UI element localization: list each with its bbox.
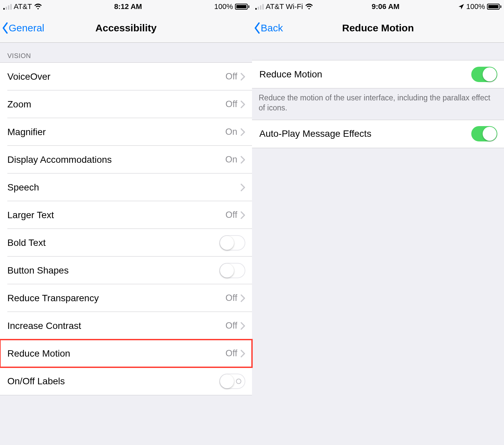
settings-row-reduce-motion[interactable]: Reduce MotionOff — [0, 340, 252, 367]
row-value: On — [225, 154, 237, 165]
chevron-right-icon — [241, 156, 245, 164]
chevron-left-icon — [254, 22, 261, 34]
settings-row-display-accommodations[interactable]: Display AccommodationsOn — [0, 146, 252, 173]
status-bar: AT&T 8:12 AM 100% — [0, 0, 252, 13]
settings-row-auto-play-message-effects[interactable]: Auto-Play Message Effects — [252, 120, 504, 148]
settings-row-reduce-motion[interactable]: Reduce Motion — [252, 60, 504, 88]
carrier-label: AT&T Wi-Fi — [266, 2, 303, 11]
vision-settings-list: VoiceOverOffZoomOffMagnifierOnDisplay Ac… — [0, 62, 252, 395]
row-label: Display Accommodations — [7, 154, 225, 165]
row-value: Off — [225, 210, 237, 220]
row-value: Off — [225, 71, 237, 82]
chevron-right-icon — [241, 322, 245, 330]
row-label: Speech — [7, 182, 241, 193]
row-label: Reduce Transparency — [7, 293, 225, 304]
cellular-signal-icon — [255, 4, 264, 10]
status-bar: AT&T Wi-Fi 9:06 AM 100% — [252, 0, 504, 13]
toggle-switch[interactable] — [471, 126, 497, 141]
row-value: Off — [225, 99, 237, 109]
settings-row-on-off-labels[interactable]: On/Off Labels — [0, 367, 252, 395]
settings-row-reduce-transparency[interactable]: Reduce TransparencyOff — [0, 284, 252, 312]
autoplay-effects-list: Auto-Play Message Effects — [252, 120, 504, 148]
back-button[interactable]: General — [2, 22, 44, 34]
chevron-right-icon — [241, 100, 245, 108]
settings-row-bold-text[interactable]: Bold Text — [0, 229, 252, 257]
settings-row-zoom[interactable]: ZoomOff — [0, 90, 252, 118]
row-label: Larger Text — [7, 210, 225, 220]
cellular-signal-icon — [3, 4, 12, 10]
back-button[interactable]: Back — [254, 22, 283, 34]
row-label: Button Shapes — [7, 265, 219, 276]
row-label: Bold Text — [7, 238, 219, 248]
location-icon — [458, 4, 464, 10]
row-value: Off — [225, 293, 237, 303]
chevron-right-icon — [241, 183, 245, 191]
battery-icon — [235, 4, 249, 10]
battery-percentage: 100% — [466, 2, 485, 11]
row-label: Auto-Play Message Effects — [259, 128, 471, 139]
toggle-switch[interactable] — [471, 67, 497, 82]
settings-row-increase-contrast[interactable]: Increase ContrastOff — [0, 312, 252, 340]
settings-row-voiceover[interactable]: VoiceOverOff — [0, 63, 252, 90]
settings-row-larger-text[interactable]: Larger TextOff — [0, 201, 252, 229]
toggle-switch[interactable] — [219, 374, 245, 389]
chevron-right-icon — [241, 294, 245, 302]
battery-percentage: 100% — [214, 2, 233, 11]
chevron-right-icon — [241, 128, 245, 136]
row-label: Magnifier — [7, 127, 225, 137]
page-title: Accessibility — [95, 22, 157, 34]
section-header-vision: VISION — [0, 43, 252, 62]
row-label: Increase Contrast — [7, 321, 225, 331]
page-title: Reduce Motion — [342, 22, 414, 34]
row-value: Off — [225, 321, 237, 331]
status-time: 9:06 AM — [313, 2, 458, 11]
carrier-label: AT&T — [14, 2, 32, 11]
row-label: On/Off Labels — [7, 376, 219, 387]
row-value: Off — [225, 348, 237, 359]
settings-row-button-shapes[interactable]: Button Shapes — [0, 257, 252, 284]
settings-row-magnifier[interactable]: MagnifierOn — [0, 118, 252, 146]
battery-icon — [487, 4, 501, 10]
chevron-left-icon — [2, 22, 9, 34]
status-time: 8:12 AM — [42, 2, 214, 11]
accessibility-settings-screen: AT&T 8:12 AM 100% General Accessibility … — [0, 0, 252, 445]
chevron-right-icon — [241, 73, 245, 81]
chevron-right-icon — [241, 350, 245, 358]
row-value: On — [225, 127, 237, 137]
wifi-icon — [305, 4, 313, 10]
toggle-switch[interactable] — [219, 235, 245, 251]
reduce-motion-list: Reduce Motion — [252, 60, 504, 88]
chevron-right-icon — [241, 211, 245, 219]
nav-bar: Back Reduce Motion — [252, 13, 504, 43]
row-label: Zoom — [7, 99, 225, 110]
reduce-motion-settings-screen: AT&T Wi-Fi 9:06 AM 100% Back Reduce Moti… — [252, 0, 504, 445]
settings-row-speech[interactable]: Speech — [0, 173, 252, 201]
row-label: Reduce Motion — [7, 348, 225, 359]
nav-bar: General Accessibility — [0, 13, 252, 43]
toggle-switch[interactable] — [219, 263, 245, 278]
reduce-motion-description: Reduce the motion of the user interface,… — [252, 88, 504, 120]
back-label: Back — [261, 22, 283, 34]
row-label: VoiceOver — [7, 71, 225, 82]
back-label: General — [9, 22, 44, 34]
row-label: Reduce Motion — [259, 69, 471, 80]
wifi-icon — [34, 4, 42, 10]
